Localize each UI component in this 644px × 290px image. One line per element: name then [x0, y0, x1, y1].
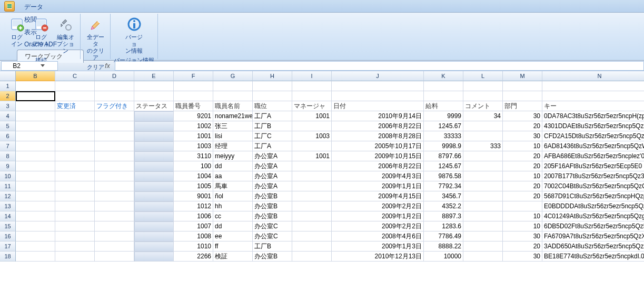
cell[interactable]: [95, 241, 134, 252]
cell[interactable]: 20: [503, 241, 542, 252]
cell[interactable]: [503, 81, 542, 91]
cell[interactable]: [134, 161, 174, 171]
row-header[interactable]: 3: [0, 101, 16, 111]
cell[interactable]: 検証: [213, 252, 253, 262]
col-header[interactable]: D: [95, 71, 134, 81]
cell[interactable]: 2010年9月14日: [332, 111, 424, 121]
cell[interactable]: aa: [213, 171, 253, 181]
cell[interactable]: [174, 91, 213, 101]
cell[interactable]: [55, 252, 95, 262]
col-header[interactable]: M: [503, 71, 542, 81]
cell[interactable]: [292, 211, 332, 221]
cell[interactable]: [16, 141, 55, 151]
cell[interactable]: 2009年1月1日: [332, 181, 424, 191]
cell[interactable]: 1005: [174, 181, 213, 191]
cell[interactable]: 1245.67: [424, 121, 463, 131]
col-header[interactable]: B: [16, 71, 55, 81]
cell[interactable]: 办公室A: [253, 161, 292, 171]
cell[interactable]: [292, 141, 332, 151]
col-header[interactable]: N: [542, 71, 644, 81]
cell[interactable]: [16, 121, 55, 131]
cell[interactable]: 2266: [174, 252, 213, 262]
ribbon-button-clearall[interactable]: 全データのクリア: [84, 15, 107, 62]
row-header[interactable]: 4: [0, 111, 16, 121]
cell[interactable]: [95, 201, 134, 211]
cell[interactable]: [503, 201, 542, 211]
col-header[interactable]: J: [332, 71, 424, 81]
cell[interactable]: [292, 161, 332, 171]
cell[interactable]: 工厂C: [253, 131, 292, 141]
row-header[interactable]: 7: [0, 141, 16, 151]
cell[interactable]: [134, 141, 174, 151]
cell[interactable]: [16, 161, 55, 171]
cell[interactable]: ステータス: [134, 101, 174, 111]
cell[interactable]: [463, 211, 503, 221]
cell[interactable]: 工厂B: [253, 241, 292, 252]
cell[interactable]: [95, 151, 134, 161]
cell[interactable]: 給料: [424, 101, 463, 111]
cell[interactable]: BE18E774t8uSzr56zr5ezr5ncpkdI.0: [542, 252, 644, 262]
cell[interactable]: 办公室B: [253, 252, 292, 262]
app-icon[interactable]: [4, 1, 15, 12]
cell[interactable]: 日付: [332, 101, 424, 111]
cell[interactable]: 1010: [174, 241, 213, 252]
cell[interactable]: 1007: [174, 221, 213, 231]
cell[interactable]: 办公室C: [253, 231, 292, 241]
cell[interactable]: [55, 91, 95, 101]
cell[interactable]: [16, 111, 55, 121]
cell[interactable]: 办公室A: [253, 171, 292, 181]
cell[interactable]: 9001: [174, 191, 213, 201]
cell[interactable]: 办公室B: [253, 211, 292, 221]
cell[interactable]: 33333: [424, 131, 463, 141]
cell[interactable]: AFBA686Et8uSzr56zr5ezr5ncplez'0: [542, 151, 644, 161]
cell[interactable]: 30: [503, 252, 542, 262]
cell[interactable]: [134, 241, 174, 252]
cell[interactable]: 3ADD650At8uSzr56zr5ezr5ncp5Qz'0: [542, 241, 644, 252]
cell[interactable]: [292, 81, 332, 91]
cell[interactable]: 工厂A: [253, 141, 292, 151]
cell[interactable]: [55, 151, 95, 161]
name-box-dropdown-icon[interactable]: [29, 63, 55, 69]
cell[interactable]: [253, 91, 292, 101]
cell[interactable]: 张三: [213, 121, 253, 131]
cell[interactable]: 9876.58: [424, 171, 463, 181]
formula-input[interactable]: [115, 61, 644, 71]
cell[interactable]: 1002: [174, 121, 213, 131]
cell[interactable]: [55, 161, 95, 171]
cell[interactable]: [55, 231, 95, 241]
cell[interactable]: 3456.7: [424, 191, 463, 201]
cell[interactable]: フラグ付き: [95, 101, 134, 111]
cell[interactable]: [55, 171, 95, 181]
cell[interactable]: [55, 211, 95, 221]
cell[interactable]: [95, 111, 134, 121]
cell[interactable]: [16, 81, 55, 91]
cell[interactable]: 9998.9: [424, 141, 463, 151]
cell[interactable]: [463, 131, 503, 141]
cell[interactable]: 8888.22: [424, 241, 463, 252]
cell[interactable]: 20: [503, 121, 542, 131]
cell[interactable]: 10: [503, 141, 542, 151]
cell[interactable]: [95, 181, 134, 191]
cell[interactable]: 1283.6: [424, 221, 463, 231]
cell[interactable]: 7786.49: [424, 231, 463, 241]
cell[interactable]: [55, 221, 95, 231]
cell[interactable]: [95, 81, 134, 91]
cell[interactable]: [213, 91, 253, 101]
cell[interactable]: 工厂A: [253, 111, 292, 121]
fx-icon[interactable]: fx: [103, 62, 112, 70]
ribbon-button-editopts[interactable]: 編集オプション: [54, 15, 77, 55]
col-header[interactable]: K: [424, 71, 463, 81]
cell[interactable]: [463, 231, 503, 241]
cell[interactable]: [16, 191, 55, 201]
cell[interactable]: 2009年10月15日: [332, 151, 424, 161]
cell[interactable]: [134, 231, 174, 241]
cell[interactable]: [292, 91, 332, 101]
cell[interactable]: [55, 131, 95, 141]
cell[interactable]: [463, 171, 503, 181]
col-header[interactable]: L: [463, 71, 503, 81]
cell[interactable]: 2006年8月22日: [332, 121, 424, 131]
cell[interactable]: 0DA78AC3t8uSzr56zr5ezr5ncpH(zp0: [542, 111, 644, 121]
cell[interactable]: noname21werqqq: [213, 111, 253, 121]
row-header[interactable]: 8: [0, 151, 16, 161]
cell[interactable]: ff: [213, 241, 253, 252]
